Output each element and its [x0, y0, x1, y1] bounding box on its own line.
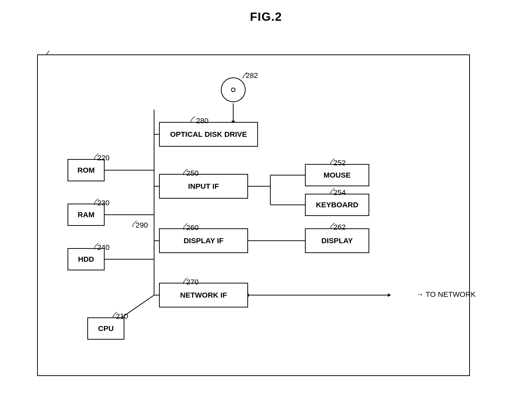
ref-290-line — [128, 220, 140, 228]
rom-box: ROM — [68, 159, 105, 181]
ref-220-line — [90, 152, 102, 161]
page-title: FIG.2 — [250, 10, 282, 24]
ref-230-line — [90, 197, 102, 206]
cpu-box: CPU — [87, 317, 124, 340]
ref-260-line — [179, 222, 191, 231]
input-if-box: INPUT IF — [159, 174, 248, 199]
keyboard-box: KEYBOARD — [305, 194, 369, 216]
ref-262-line — [326, 222, 338, 230]
mouse-box: MOUSE — [305, 164, 369, 186]
ref-252-line — [326, 157, 338, 166]
ref-270-line — [179, 277, 191, 285]
ref-282-line — [241, 71, 253, 80]
svg-marker-19 — [388, 293, 391, 297]
optical-disk-drive-box: OPTICAL DISK DRIVE — [159, 122, 258, 147]
ref-210-line — [108, 311, 121, 319]
ref-254-line — [326, 187, 338, 196]
ref-280-line — [186, 115, 199, 124]
display-if-box: DISPLAY IF — [159, 228, 248, 253]
display-box: DISPLAY — [305, 228, 369, 253]
optical-disk — [221, 77, 246, 102]
ref-250-line — [179, 168, 191, 176]
network-if-box: NETWORK IF — [159, 283, 248, 307]
to-network-label: → TO NETWORK — [416, 290, 476, 299]
main-system-box: 282 OPTICAL DISK DRIVE 280 INPUT IF 250 … — [37, 54, 470, 376]
ref-240-line — [90, 242, 102, 251]
optical-disk-inner — [231, 88, 235, 92]
